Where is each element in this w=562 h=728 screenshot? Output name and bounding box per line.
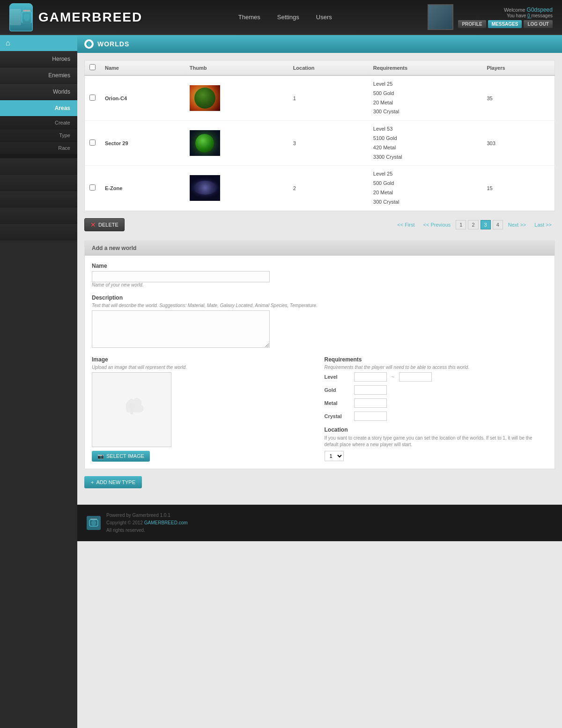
brand-link[interactable]: GAMERBREED.com: [144, 520, 188, 525]
row-requirements-2: Level 53 5100 Gold 420 Metal 3300 Crysta…: [369, 121, 482, 166]
form-body: Name Name of your new world. Description…: [85, 256, 555, 469]
sidebar-sub-race[interactable]: Race: [0, 142, 77, 154]
content-area: Name Thumb Location Requirements Players…: [77, 53, 562, 505]
row-checkbox-cell: [85, 166, 101, 211]
nav-themes[interactable]: Themes: [235, 12, 264, 22]
nav-settings[interactable]: Settings: [274, 12, 303, 22]
row-thumb-3: [185, 166, 288, 211]
messages-button[interactable]: MESSAGES: [488, 20, 522, 28]
prev-page-link[interactable]: << Previous: [420, 221, 454, 229]
row-checkbox-2[interactable]: [89, 140, 96, 146]
footer: Powered by Gamerbreed 1.0.1 Copyright © …: [77, 505, 562, 541]
row-requirements-3: Level 25 500 Gold 20 Metal 300 Crystal: [369, 166, 482, 211]
location-select[interactable]: 1: [325, 451, 344, 461]
level-input[interactable]: [354, 372, 387, 382]
name-input[interactable]: [92, 271, 270, 282]
add-type-button[interactable]: + ADD NEW TYPE: [84, 476, 142, 488]
gold-label: Gold: [325, 387, 350, 393]
nav-users[interactable]: Users: [312, 12, 336, 22]
name-group: Name Name of your new world.: [92, 263, 547, 287]
sidebar-sub-type[interactable]: Type: [0, 129, 77, 142]
sidebar-blank-4: [0, 207, 77, 224]
table-footer: ✕ DELETE << First << Previous 1 2 3 4 Ne…: [84, 218, 555, 231]
layout: ⌂ Heroes Enemies Worlds Areas Create Typ…: [0, 35, 562, 728]
gold-input[interactable]: [354, 385, 387, 395]
powered-by: Powered by Gamerbreed 1.0.1: [106, 512, 188, 519]
metal-label: Metal: [325, 400, 350, 406]
crystal-input[interactable]: [354, 412, 387, 421]
select-image-button[interactable]: 📷 SELECT IMAGE: [92, 451, 150, 462]
page-3[interactable]: 3: [481, 220, 491, 229]
location-desc: If you want to create a story type game …: [325, 435, 548, 448]
header-requirements: Requirements: [369, 60, 482, 76]
add-world-form: Add a new world Name Name of your new wo…: [84, 241, 555, 469]
last-page-link[interactable]: Last >>: [531, 221, 555, 229]
sidebar-sub-create[interactable]: Create: [0, 117, 77, 129]
metal-input[interactable]: [354, 398, 387, 408]
header-thumb: Thumb: [185, 60, 288, 76]
planet-image-orion: [190, 85, 220, 111]
row-location-3: 2: [288, 166, 369, 211]
location-title: Location: [325, 427, 548, 433]
sidebar-item-enemies[interactable]: Enemies: [0, 67, 77, 84]
description-group: Description Text that will describe the …: [92, 294, 547, 349]
sidebar-item-heroes[interactable]: Heroes: [0, 51, 77, 67]
select-image-icon: 📷: [97, 453, 104, 459]
delete-button[interactable]: ✕ DELETE: [84, 218, 125, 231]
pagination: << First << Previous 1 2 3 4 Next >> Las…: [394, 220, 555, 229]
svg-rect-0: [23, 10, 30, 12]
sidebar-blank-3: [0, 191, 77, 207]
tilde-icon: ~: [392, 374, 394, 380]
row-name-1: Orion-C4: [100, 75, 185, 121]
row-thumb-1: [185, 75, 288, 121]
svg-rect-5: [22, 22, 31, 23]
image-label: Image: [92, 356, 315, 363]
desc-sublabel: Text that will describe the world. Sugge…: [92, 303, 547, 308]
logout-button[interactable]: LOG OUT: [524, 20, 553, 28]
messages-text: You have 0 messages: [458, 13, 553, 18]
page-header: WORLDS: [77, 35, 562, 53]
sidebar-item-worlds[interactable]: Worlds: [0, 84, 77, 100]
table-row: E-Zone 2 Level 25 500 Gold 20 Metal 300 …: [85, 166, 555, 211]
form-title: Add a new world: [92, 245, 136, 251]
first-page-link[interactable]: << First: [394, 221, 418, 229]
requirements-section: Requirements Requirements that the playe…: [325, 356, 548, 462]
footer-logo: [87, 516, 101, 530]
row-checkbox-1[interactable]: [89, 95, 96, 101]
page-1[interactable]: 1: [456, 220, 466, 229]
sidebar-divider: [0, 154, 77, 158]
row-players-2: 303: [482, 121, 555, 166]
row-name-3: E-Zone: [100, 166, 185, 211]
page-4[interactable]: 4: [493, 220, 503, 229]
row-checkbox-3[interactable]: [89, 184, 96, 191]
page-2[interactable]: 2: [468, 220, 478, 229]
user-info: Welcome G0dspeed You have 0 messages PRO…: [458, 7, 553, 28]
two-col-section: Image Upload an image that will represen…: [92, 356, 547, 462]
description-textarea[interactable]: [92, 310, 270, 348]
sidebar-item-areas[interactable]: Areas: [0, 100, 77, 117]
logo-icon: [9, 3, 33, 31]
image-section: Image Upload an image that will represen…: [92, 356, 315, 462]
row-players-1: 35: [482, 75, 555, 121]
svg-rect-9: [130, 407, 133, 414]
requirements-label: Requirements: [325, 356, 548, 363]
footer-text: Powered by Gamerbreed 1.0.1 Copyright © …: [106, 512, 188, 534]
avatar: [428, 4, 453, 30]
select-all-checkbox[interactable]: [89, 64, 96, 70]
location-section: Location If you want to create a story t…: [325, 427, 548, 461]
profile-button[interactable]: PROFILE: [458, 20, 486, 28]
delete-icon: ✕: [90, 221, 96, 228]
next-page-link[interactable]: Next >>: [505, 221, 530, 229]
planet-image-ezone: [190, 175, 220, 201]
description-label: Description: [92, 294, 547, 301]
sidebar-home[interactable]: ⌂: [0, 35, 77, 51]
table-row: Orion-C4 1 Level 25 500 Gold 20 Metal 30…: [85, 75, 555, 121]
main-content: WORLDS Name Thumb Location Requirements …: [77, 35, 562, 728]
all-rights: All rights reserved.: [106, 527, 188, 534]
level-max-input[interactable]: [399, 372, 432, 382]
user-area: Welcome G0dspeed You have 0 messages PRO…: [428, 4, 553, 30]
header-checkbox-cell: [85, 60, 101, 76]
header-name: Name: [100, 60, 185, 76]
username: G0dspeed: [527, 7, 553, 13]
sidebar: ⌂ Heroes Enemies Worlds Areas Create Typ…: [0, 35, 77, 728]
